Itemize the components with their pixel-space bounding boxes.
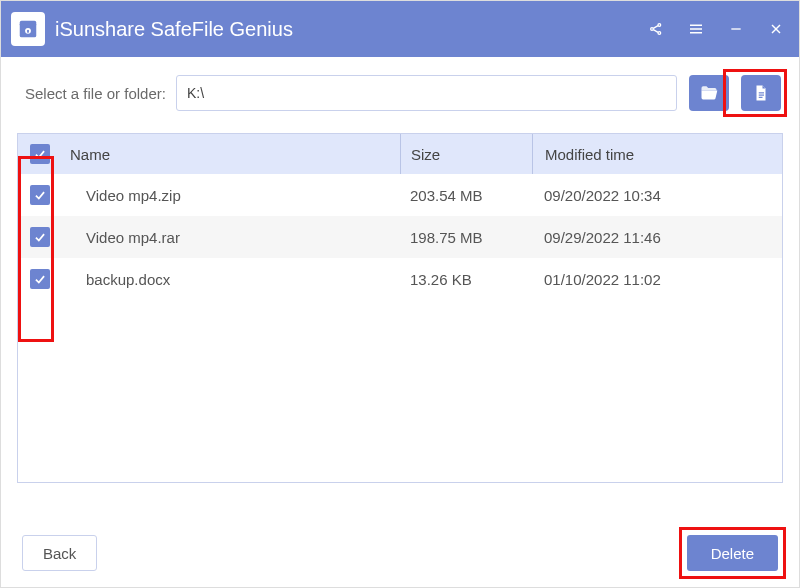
- svg-rect-16: [759, 95, 764, 96]
- picker-label: Select a file or folder:: [25, 85, 166, 102]
- column-name[interactable]: Name: [62, 146, 400, 163]
- app-icon: [11, 12, 45, 46]
- menu-icon[interactable]: [687, 20, 705, 38]
- svg-rect-15: [759, 92, 764, 93]
- cell-modified-time: 01/10/2022 11:02: [532, 258, 782, 300]
- path-input[interactable]: [176, 75, 677, 111]
- column-size[interactable]: Size: [400, 134, 532, 174]
- svg-rect-17: [759, 97, 763, 98]
- svg-point-6: [658, 32, 661, 35]
- highlight-delete-button: Delete: [687, 535, 778, 571]
- cell-modified-time: 09/29/2022 11:46: [532, 216, 782, 258]
- cell-name: backup.docx: [62, 271, 400, 288]
- row-checkbox[interactable]: [30, 227, 50, 247]
- delete-button[interactable]: Delete: [687, 535, 778, 571]
- app-title: iSunshare SafeFile Genius: [55, 18, 647, 41]
- highlight-file-button: [729, 75, 781, 111]
- svg-line-7: [653, 26, 658, 29]
- table-header: Name Size Modified time: [18, 134, 782, 174]
- cell-name: Video mp4.rar: [62, 229, 400, 246]
- minimize-icon[interactable]: [727, 20, 745, 38]
- back-button[interactable]: Back: [22, 535, 97, 571]
- share-icon[interactable]: [647, 20, 665, 38]
- path-picker: Select a file or folder:: [1, 57, 799, 121]
- svg-point-4: [651, 28, 654, 31]
- svg-rect-1: [20, 21, 37, 27]
- footer: Back Delete: [0, 518, 800, 588]
- file-table: Name Size Modified time Video mp4.zip203…: [17, 133, 783, 483]
- browse-file-button[interactable]: [741, 75, 781, 111]
- row-checkbox[interactable]: [30, 185, 50, 205]
- table-row[interactable]: Video mp4.zip203.54 MB09/20/2022 10:34: [18, 174, 782, 216]
- cell-name: Video mp4.zip: [62, 187, 400, 204]
- table-row[interactable]: Video mp4.rar198.75 MB09/29/2022 11:46: [18, 216, 782, 258]
- select-all-checkbox[interactable]: [30, 144, 50, 164]
- close-icon[interactable]: [767, 20, 785, 38]
- table-row[interactable]: backup.docx13.26 KB01/10/2022 11:02: [18, 258, 782, 300]
- row-checkbox[interactable]: [30, 269, 50, 289]
- table-body: Video mp4.zip203.54 MB09/20/2022 10:34Vi…: [18, 174, 782, 482]
- cell-size: 203.54 MB: [400, 174, 532, 216]
- browse-folder-button[interactable]: [689, 75, 729, 111]
- svg-line-8: [653, 30, 658, 33]
- svg-rect-3: [27, 30, 29, 33]
- svg-point-5: [658, 24, 661, 27]
- column-modified-time[interactable]: Modified time: [532, 134, 782, 174]
- titlebar: iSunshare SafeFile Genius: [1, 1, 799, 57]
- cell-modified-time: 09/20/2022 10:34: [532, 174, 782, 216]
- cell-size: 198.75 MB: [400, 216, 532, 258]
- cell-size: 13.26 KB: [400, 258, 532, 300]
- window-controls: [647, 20, 785, 38]
